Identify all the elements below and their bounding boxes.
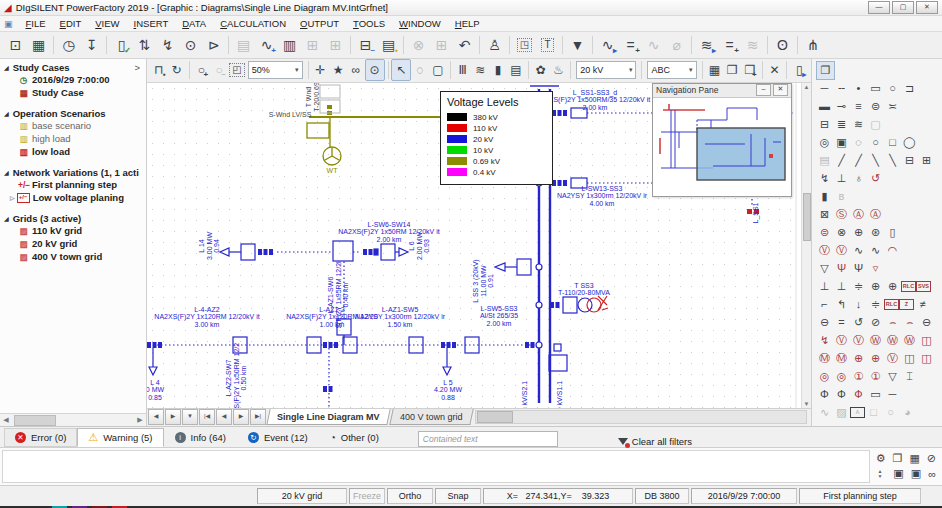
- palette-symbol[interactable]: ∿: [850, 242, 867, 259]
- spinner-control[interactable]: ▲▼: [877, 469, 882, 479]
- palette-symbol[interactable]: Φ: [816, 386, 833, 403]
- palette-symbol[interactable]: ≠: [914, 296, 931, 313]
- palette-symbol[interactable]: =: [833, 314, 850, 331]
- palette-symbol[interactable]: ◎: [816, 368, 833, 385]
- palette-symbol[interactable]: ◎: [833, 368, 850, 385]
- palette-symbol[interactable]: Ⓥ: [816, 242, 833, 259]
- palette-symbol[interactable]: ⊥: [833, 278, 850, 295]
- study-case-time-button[interactable]: ◷: [57, 34, 80, 56]
- palette-symbol[interactable]: ▢: [867, 116, 884, 133]
- zoom-in-button[interactable]: ○+: [192, 60, 210, 80]
- palette-symbol[interactable]: ╌: [833, 80, 850, 97]
- navigation-pane[interactable]: Navigation Pane – ✕: [652, 83, 792, 197]
- pan-tool-button[interactable]: ✛: [311, 60, 329, 80]
- palette-symbol[interactable]: ∿: [867, 242, 884, 259]
- palette-symbol[interactable]: ▣: [833, 134, 850, 151]
- contained-text-input[interactable]: Contained text: [418, 431, 558, 447]
- output-tab-warning[interactable]: ⚠Warning (5): [77, 428, 163, 447]
- page-prev-icon[interactable]: ▶: [165, 409, 181, 425]
- palette-symbol[interactable]: ↯: [816, 170, 833, 187]
- scroll-down-icon[interactable]: ▼: [802, 401, 811, 407]
- tab-first-icon[interactable]: |◀: [199, 409, 215, 425]
- section-more-link[interactable]: >: [134, 62, 140, 73]
- more-commands-button[interactable]: ▼: [566, 34, 589, 56]
- palette-symbol[interactable]: ≡: [850, 98, 867, 115]
- split-node-button[interactable]: ✕: [766, 60, 784, 80]
- expander-icon[interactable]: ◢: [4, 169, 9, 176]
- palette-symbol[interactable]: ◠: [884, 242, 901, 259]
- palette-symbol[interactable]: ─: [884, 386, 901, 403]
- palette-symbol[interactable]: ≣: [833, 116, 850, 133]
- palette-symbol[interactable]: ╲: [884, 152, 901, 169]
- save-edit-icon[interactable]: ▣: [911, 467, 921, 480]
- bookmarks-button[interactable]: ★: [329, 60, 347, 80]
- palette-symbol[interactable]: ↓: [850, 296, 867, 313]
- sidebar-item-base-scenario[interactable]: ▥base scenario: [4, 119, 146, 132]
- sidebar-item-20-kv-grid[interactable]: ▨20 kV grid: [4, 237, 146, 250]
- output-tab-event[interactable]: ↻Event (12): [237, 428, 319, 447]
- print-button[interactable]: ▦: [705, 60, 723, 80]
- navpane-minimize-icon[interactable]: –: [756, 84, 771, 96]
- palette-symbol[interactable]: RLC: [884, 299, 899, 310]
- net-elements-icon[interactable]: ❐: [816, 61, 835, 80]
- palette-symbol[interactable]: ▬: [816, 98, 833, 115]
- menu-tools[interactable]: TOOLS: [346, 17, 392, 30]
- wind-turbine-branch[interactable]: [307, 105, 447, 165]
- palette-symbol[interactable]: ◯: [901, 134, 918, 151]
- palette-symbol[interactable]: ╱: [850, 152, 867, 169]
- menu-window[interactable]: WINDOW: [392, 17, 448, 30]
- virtual-instruments-button[interactable]: ▥: [278, 34, 301, 56]
- palette-symbol[interactable]: ⌢: [884, 314, 901, 331]
- sidebar-item-low-load[interactable]: ▥low load: [4, 145, 146, 158]
- sidebar-hscrollbar[interactable]: ◀ ▶: [0, 413, 146, 426]
- palette-symbol[interactable]: ◫: [918, 332, 935, 349]
- palette-symbol[interactable]: ▯: [884, 224, 901, 241]
- scroll-up-icon[interactable]: ▲: [802, 84, 811, 90]
- palette-symbol[interactable]: ▤: [816, 152, 833, 169]
- title-block-button[interactable]: T: [536, 34, 559, 56]
- palette-symbol[interactable]: ʙ: [833, 188, 850, 205]
- menu-output[interactable]: OUTPUT: [293, 17, 346, 30]
- sidebar-item-2016-9-29-7-00-00[interactable]: ◷2016/9/29 7:00:00: [4, 73, 146, 86]
- database-button[interactable]: ⊟~: [354, 34, 377, 56]
- palette-symbol[interactable]: ⌶: [901, 368, 918, 385]
- scroll-track[interactable]: [12, 414, 134, 426]
- palette-symbol[interactable]: ≑: [867, 296, 884, 313]
- palette-symbol[interactable]: ▮: [816, 188, 833, 205]
- palette-symbol[interactable]: Ⓥ: [850, 332, 867, 349]
- thermal-coloring-button[interactable]: ♨: [549, 60, 567, 80]
- navpane-close-icon[interactable]: ✕: [773, 84, 788, 96]
- canvas-vscrollbar[interactable]: ▲ ▼: [801, 83, 811, 408]
- menu-insert[interactable]: INSERT: [127, 17, 176, 30]
- palette-symbol[interactable]: Ⓢ: [833, 206, 850, 223]
- user-settings-button[interactable]: ♙: [483, 34, 506, 56]
- menu-view[interactable]: VIEW: [88, 17, 126, 30]
- palette-symbol[interactable]: □: [865, 404, 882, 421]
- zoom-all-button[interactable]: ◰: [228, 60, 246, 80]
- find-element-button[interactable]: ∞: [347, 60, 365, 80]
- vscroll-thumb[interactable]: [803, 193, 811, 241]
- palette-symbol[interactable]: ◎: [816, 134, 833, 151]
- palette-symbol[interactable]: Ⓜ: [833, 350, 850, 367]
- search-log-icon[interactable]: ∞: [928, 468, 936, 480]
- menu-calculation[interactable]: CALCULATION: [213, 17, 293, 30]
- palette-symbol[interactable]: ⊜: [867, 98, 884, 115]
- palette-symbol[interactable]: ⊟: [816, 116, 833, 133]
- palette-symbol[interactable]: ⌐: [816, 296, 833, 313]
- palette-symbol[interactable]: Ψ: [833, 260, 850, 277]
- palette-symbol[interactable]: ◫: [901, 350, 918, 367]
- palette-symbol[interactable]: ⊕: [850, 350, 867, 367]
- load-flow-button[interactable]: ↯: [156, 34, 179, 56]
- palette-symbol[interactable]: ⊕: [884, 278, 901, 295]
- settings-gear-icon[interactable]: ⚙: [876, 452, 886, 465]
- tip-of-the-day-button[interactable]: ʘ: [771, 34, 794, 56]
- palette-symbol[interactable]: ≍: [884, 98, 901, 115]
- navigation-minimap[interactable]: [653, 98, 789, 194]
- palette-symbol[interactable]: ⊸: [833, 98, 850, 115]
- zoom-level-select[interactable]: 50%▾: [248, 61, 303, 79]
- run-script-button[interactable]: ⊳: [202, 34, 225, 56]
- select-tool-button[interactable]: ↖: [391, 59, 411, 81]
- palette-symbol[interactable]: ♁: [850, 170, 867, 187]
- expander-icon[interactable]: ◢: [4, 64, 9, 71]
- palette-symbol[interactable]: ≋: [850, 116, 867, 133]
